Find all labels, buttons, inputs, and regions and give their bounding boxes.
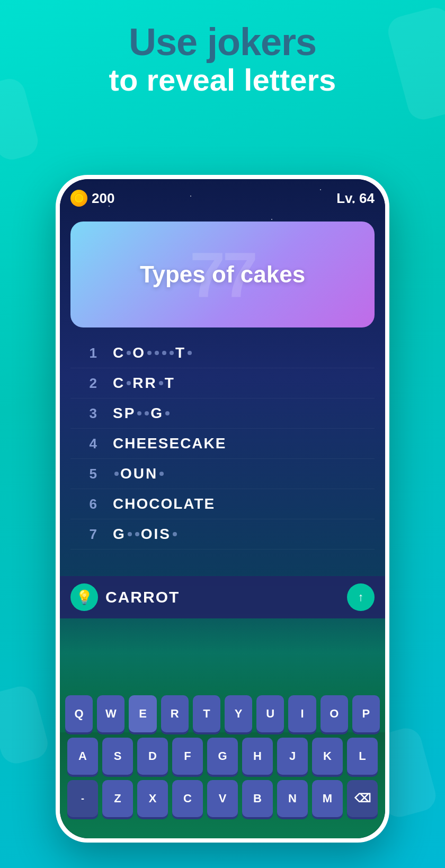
- key-o[interactable]: O: [321, 695, 348, 732]
- key-l[interactable]: L: [347, 738, 378, 775]
- row-word-1: COT: [113, 344, 193, 361]
- keyboard-row-3: - Z X C V B N M ⌫: [65, 780, 380, 817]
- key-y[interactable]: Y: [225, 695, 252, 732]
- key-backspace[interactable]: ⌫: [347, 780, 378, 817]
- key-r[interactable]: R: [161, 695, 189, 732]
- key-u[interactable]: U: [256, 695, 284, 732]
- key-e[interactable]: E: [129, 695, 156, 732]
- key-n[interactable]: N: [277, 780, 308, 817]
- key-h[interactable]: H: [242, 738, 273, 775]
- key-v[interactable]: V: [207, 780, 238, 817]
- key-x[interactable]: X: [137, 780, 168, 817]
- row-num-3: 3: [70, 405, 97, 422]
- header: Use jokers to reveal letters: [0, 21, 445, 97]
- row-num-1: 1: [70, 345, 97, 361]
- row-word-4: CHEESECAKE: [113, 435, 226, 452]
- coin-area: 200: [70, 190, 114, 207]
- deco-shape-4: [0, 683, 51, 767]
- keyboard: Q W E R T Y U I O P A S D F G H J K L: [60, 695, 385, 822]
- row-num-5: 5: [70, 466, 97, 482]
- row-num-2: 2: [70, 375, 97, 392]
- key-p[interactable]: P: [352, 695, 380, 732]
- key-s[interactable]: S: [102, 738, 133, 775]
- word-row-1: 1 COT: [70, 338, 375, 368]
- word-list: 1 COT 2 CRRT 3 SPG 4 CHEESECAKE: [70, 338, 375, 550]
- word-row-6: 6 CHOCOLATE: [70, 489, 375, 519]
- answer-input[interactable]: CARROT: [105, 588, 340, 606]
- category-card: 77 Types of cakes: [70, 222, 375, 327]
- row-word-6: CHOCOLATE: [113, 495, 215, 512]
- header-title-line1: Use jokers: [0, 21, 445, 63]
- key-k[interactable]: K: [312, 738, 343, 775]
- svg-point-1: [76, 195, 82, 201]
- key-w[interactable]: W: [97, 695, 124, 732]
- phone-screen: 200 Lv. 64 77 Types of cakes 1 COT 2 CRR…: [60, 179, 385, 838]
- word-row-5: 5 OUN: [70, 459, 375, 489]
- key-q[interactable]: Q: [65, 695, 93, 732]
- key-j[interactable]: J: [277, 738, 308, 775]
- row-num-6: 6: [70, 496, 97, 512]
- category-title: Types of cakes: [140, 261, 305, 288]
- word-row-3: 3 SPG: [70, 398, 375, 429]
- coin-icon: [70, 190, 87, 207]
- key-m[interactable]: M: [312, 780, 343, 817]
- submit-icon: ↑: [358, 590, 364, 604]
- row-word-3: SPG: [113, 405, 171, 422]
- row-word-5: OUN: [113, 465, 165, 482]
- coin-count: 200: [92, 190, 114, 207]
- phone-mockup: 200 Lv. 64 77 Types of cakes 1 COT 2 CRR…: [56, 175, 389, 843]
- key-d[interactable]: D: [137, 738, 168, 775]
- hint-button[interactable]: 💡: [70, 583, 98, 611]
- row-num-4: 4: [70, 436, 97, 452]
- row-word-2: CRRT: [113, 375, 175, 392]
- key-c[interactable]: C: [172, 780, 203, 817]
- key-i[interactable]: I: [288, 695, 316, 732]
- key-f[interactable]: F: [172, 738, 203, 775]
- word-row-4: 4 CHEESECAKE: [70, 429, 375, 459]
- key-a[interactable]: A: [67, 738, 98, 775]
- keyboard-row-2: A S D F G H J K L: [65, 738, 380, 775]
- row-num-7: 7: [70, 526, 97, 543]
- input-bar: 💡 CARROT ↑: [60, 576, 385, 618]
- word-row-7: 7 GOIS: [70, 519, 375, 550]
- level-label: Lv. 64: [336, 190, 375, 207]
- keyboard-row-1: Q W E R T Y U I O P: [65, 695, 380, 732]
- word-row-2: 2 CRRT: [70, 368, 375, 398]
- top-bar: 200 Lv. 64: [70, 190, 375, 207]
- hint-icon: 💡: [76, 589, 93, 606]
- key-z[interactable]: Z: [102, 780, 133, 817]
- key-g[interactable]: G: [207, 738, 238, 775]
- submit-button[interactable]: ↑: [347, 583, 375, 611]
- key-dash[interactable]: -: [67, 780, 98, 817]
- key-t[interactable]: T: [193, 695, 220, 732]
- key-b[interactable]: B: [242, 780, 273, 817]
- row-word-7: GOIS: [113, 526, 179, 543]
- header-title-line2: to reveal letters: [0, 63, 445, 97]
